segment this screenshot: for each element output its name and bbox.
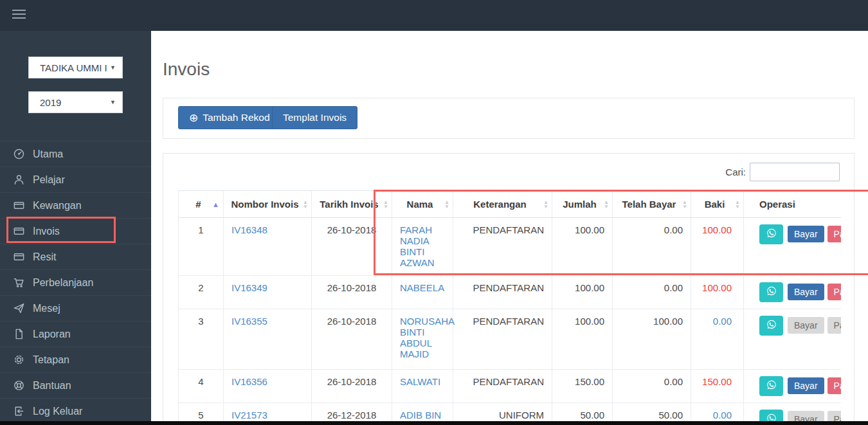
whatsapp-button[interactable] (759, 282, 783, 302)
year-select[interactable]: 2019 ▼ (28, 91, 123, 113)
sidebar-item-perbelanjaan[interactable]: Perbelanjaan (0, 270, 151, 296)
table-row: 3IV1635526-10-2018NORUSAHA BINTI ABDUL M… (179, 309, 842, 370)
cell-paid: 0.00 (613, 370, 691, 403)
column-header--[interactable]: #▲ (179, 191, 224, 218)
delete-button[interactable]: Padam (827, 317, 841, 334)
column-header-nama[interactable]: Nama▲▼ (392, 191, 453, 218)
sidebar-item-laporan[interactable]: Laporan (0, 321, 151, 347)
invoice-link[interactable]: IV16349 (231, 282, 267, 293)
cell-actions: BayarPadam (744, 309, 842, 370)
delete-button[interactable]: Padam (827, 226, 841, 242)
invoice-link[interactable]: IV16348 (231, 224, 267, 235)
cell-invoice-number: IV16348 (224, 218, 312, 276)
cell-paid: 0.00 (613, 276, 691, 309)
plus-circle-icon: ⊕ (189, 113, 198, 123)
delete-button[interactable]: Padam (827, 284, 841, 300)
column-header-baki[interactable]: Baki▲▼ (691, 191, 744, 218)
page-title: Invois (163, 59, 210, 80)
pay-button[interactable]: Bayar (788, 317, 824, 334)
invoice-link[interactable]: IV21573 (231, 410, 267, 420)
cell-paid: 100.00 (613, 309, 691, 370)
table-scroll-area: #▲Nombor Invois▲▼Tarikh Invois▲▼Nama▲▼Ke… (178, 190, 841, 425)
cell-row-number: 4 (179, 370, 224, 403)
sidebar-item-log-keluar[interactable]: Log Keluar (0, 399, 151, 424)
logout-icon (13, 405, 25, 417)
pay-button[interactable]: Bayar (788, 377, 824, 394)
column-header-label: Tarikh Invois (320, 199, 378, 210)
search-input[interactable] (750, 163, 840, 181)
delete-button[interactable]: Padam (827, 377, 841, 394)
toolbar-panel: ⊕ Tambah Rekod Templat Invois (163, 98, 854, 139)
whatsapp-button[interactable] (759, 316, 783, 336)
sort-both-icon: ▲▼ (543, 200, 548, 209)
cell-student-name: NABEELA (392, 276, 453, 309)
paper-plane-icon (13, 302, 25, 314)
whatsapp-button[interactable] (759, 224, 783, 244)
cell-actions: BayarPadam (744, 218, 842, 276)
sidebar-item-invois[interactable]: Invois (0, 219, 151, 244)
column-header-label: Jumlah (563, 199, 597, 210)
cell-description: PENDAFTARAN (453, 276, 552, 309)
add-record-button[interactable]: ⊕ Tambah Rekod (178, 106, 281, 129)
sidebar-item-label: Log Keluar (33, 406, 82, 417)
card-icon (13, 225, 25, 237)
sidebar: TADIKA UMMI I ▼ 2019 ▼ UtamaPelajarKewan… (0, 31, 151, 425)
add-record-label: Tambah Rekod (203, 112, 269, 123)
column-header-label: Nama (407, 199, 433, 210)
cell-description: PENDAFTARAN (453, 309, 552, 370)
column-header-label: Nombor Invois (231, 199, 298, 210)
sort-asc-icon: ▲ (212, 201, 219, 208)
cell-description: PENDAFTARAN (453, 370, 552, 403)
whatsapp-button[interactable] (759, 376, 783, 396)
cart-icon (13, 276, 25, 289)
cell-balance: 0.00 (691, 309, 744, 370)
sidebar-item-bantuan[interactable]: Bantuan (0, 373, 151, 399)
cell-invoice-date: 26-10-2018 (312, 276, 392, 309)
school-select[interactable]: TADIKA UMMI I ▼ (28, 57, 123, 78)
menu-toggle-icon[interactable] (12, 10, 26, 21)
sidebar-item-label: Resit (33, 251, 56, 263)
student-link[interactable]: FARAH NADIA BINTI AZWAN (400, 224, 435, 268)
sidebar-item-resit[interactable]: Resit (0, 244, 151, 270)
cell-amount: 100.00 (552, 276, 613, 309)
sidebar-item-kewangan[interactable]: Kewangan (0, 193, 151, 219)
invoice-template-button[interactable]: Templat Invois (272, 106, 357, 129)
cell-student-name: FARAH NADIA BINTI AZWAN (392, 218, 453, 276)
pay-button[interactable]: Bayar (788, 284, 824, 300)
sidebar-item-utama[interactable]: Utama (0, 141, 151, 167)
person-icon (13, 174, 25, 186)
table-row: 2IV1634926-10-2018NABEELAPENDAFTARAN100.… (179, 276, 842, 309)
student-link[interactable]: SALWATI (400, 376, 440, 387)
cell-balance: 150.00 (691, 370, 744, 403)
search-area: Cari: (725, 163, 840, 181)
sidebar-item-label: Mesej (33, 303, 60, 314)
cell-description: PENDAFTARAN (453, 218, 552, 276)
cell-amount: 100.00 (552, 309, 613, 370)
cell-row-number: 1 (179, 218, 224, 276)
sidebar-item-label: Laporan (33, 329, 71, 340)
invoice-link[interactable]: IV16355 (231, 316, 267, 327)
cell-invoice-date: 26-10-2018 (312, 370, 392, 403)
whatsapp-icon (766, 228, 777, 241)
sidebar-item-tetapan[interactable]: Tetapan (0, 347, 151, 373)
sidebar-item-mesej[interactable]: Mesej (0, 296, 151, 321)
cell-invoice-number: IV16355 (224, 309, 312, 370)
sort-both-icon: ▲▼ (604, 200, 609, 209)
search-label: Cari: (725, 167, 746, 177)
student-link[interactable]: NORUSAHA BINTI ABDUL MAJID (400, 316, 454, 359)
column-header-telah-bayar[interactable]: Telah Bayar▲▼ (613, 191, 691, 218)
sidebar-item-pelajar[interactable]: Pelajar (0, 167, 151, 193)
invoice-link[interactable]: IV16356 (231, 376, 267, 387)
column-header-nombor-invois[interactable]: Nombor Invois▲▼ (224, 191, 312, 218)
student-link[interactable]: NABEELA (400, 282, 444, 293)
card-icon (13, 199, 25, 212)
column-header-tarikh-invois[interactable]: Tarikh Invois▲▼ (312, 191, 392, 218)
gear-icon (13, 354, 25, 366)
whatsapp-icon (766, 319, 777, 332)
sort-both-icon: ▲▼ (303, 200, 308, 209)
column-header-jumlah[interactable]: Jumlah▲▼ (552, 191, 613, 218)
column-header-keterangan[interactable]: Keterangan▲▼ (453, 191, 552, 218)
chevron-down-icon: ▼ (110, 99, 116, 105)
cell-balance: 100.00 (691, 218, 744, 276)
pay-button[interactable]: Bayar (788, 226, 824, 242)
